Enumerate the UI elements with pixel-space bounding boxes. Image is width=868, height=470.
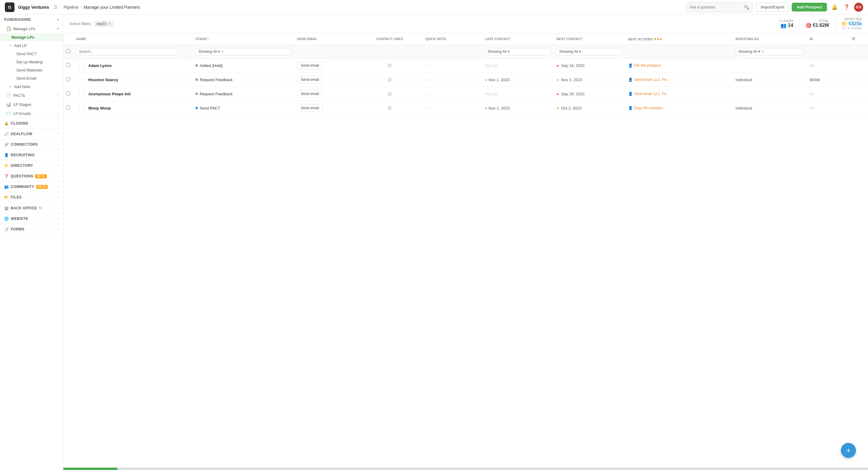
row-next-contact-0: ● Sep 16, 2023 [553,59,625,73]
sidebar-header-files[interactable]: 📂 FILES › [0,192,63,202]
send-email-button-1[interactable]: Send email [297,76,323,84]
filter-gear [848,45,868,59]
contact-link-icon-2[interactable]: @ [388,91,392,96]
sidebar-subitem-add-lp[interactable]: + Add LP [0,41,63,50]
sidebar-header-back-office[interactable]: 🏢 BACK OFFICE ↻ › [0,203,63,213]
row-amount-1: $500k [806,73,848,87]
investing-refresh-icon[interactable]: ↻ [761,50,764,54]
search-input[interactable] [689,5,742,9]
sidebar-label-pacts: PACTs [13,93,25,98]
contact-link-icon-3[interactable]: @ [388,105,392,111]
sidebar-section-directory: 📁 DIRECTORY › [0,160,63,171]
filter-remove-icon[interactable]: ✕ [108,22,111,26]
row-next-contact-1: ● Nov 1, 2023 [553,73,625,87]
th-quick-note: QUICK NOTE [422,33,482,45]
sidebar-header-website[interactable]: 🌐 WEBSITE › [0,214,63,224]
row-checkbox-1[interactable] [66,77,70,81]
contact-link-icon-0[interactable]: @ [388,63,392,68]
logo-box: G [5,2,14,12]
drag-handle-icon-3[interactable]: ⋮⋮ [76,105,87,111]
row-cb-2 [63,87,73,101]
drag-handle-icon-0[interactable]: ⋮⋮ [76,63,87,68]
last-contact-value-1: ●Nov 1, 2023 [485,77,510,82]
sidebar-subitem-send-materials[interactable]: Send Materials [0,66,63,74]
send-email-button-3[interactable]: Send email [297,104,323,112]
stat-divider-1 [799,19,800,29]
sidebar-subitem-send-email[interactable]: Send Email [0,74,63,82]
sidebar-header-connectors[interactable]: 🔗 CONNECTORS › [0,139,63,150]
sidebar-header-directory[interactable]: 📁 DIRECTORY › [0,160,63,171]
next-action-link-1[interactable]: 👤 Send email 1a.1. Fe... [628,77,730,82]
sidebar-title-files: 📂 FILES [4,195,22,199]
filter-tag-value: sep23 [96,22,106,26]
add-prospect-button[interactable]: Add Prospect [792,3,827,11]
sidebar-subitem-manage-lps[interactable]: Manage LPs [0,33,63,41]
sidebar-section-files: 📂 FILES › [0,192,63,203]
table-row: ⋮⋮ Adam Lyons Added [Hold] Send email @ … [63,59,868,73]
sidebar-header-forms[interactable]: 📝 FORMS › [0,224,63,234]
community-icon: 👥 [4,185,9,189]
stage-filter-label: Showing All [198,50,217,54]
notifications-icon[interactable]: 🔔 [830,3,839,12]
avatar[interactable]: GV [854,3,863,12]
help-icon[interactable]: ❓ [842,3,851,12]
breadcrumb-parent[interactable]: Pipeline [64,5,79,10]
next-contact-filter-select[interactable]: Showing All ▾ [556,48,622,55]
prospect-name-0[interactable]: Adam Lyons [88,63,112,68]
prospect-name-3[interactable]: Woop Woop [88,106,111,111]
sidebar-item-pacts[interactable]: 📄 PACTs › [0,91,63,100]
row-stage-0: Added [Hold] [192,59,294,73]
sidebar-header-community[interactable]: 👥 COMMUNITY BETA › [0,182,63,192]
row-next-actions-3: 👤 Copy this prospec... [625,101,733,115]
sidebar-header-recruiting[interactable]: 👤 RECRUITING › [0,150,63,160]
stage-refresh-icon[interactable]: ↻ [221,50,224,54]
drag-handle-icon-2[interactable]: ⋮⋮ [76,91,87,96]
row-extra-1 [848,73,868,87]
refresh-icon[interactable]: ↻ [39,206,42,210]
row-checkbox-0[interactable] [66,63,70,67]
fab-add-button[interactable]: + [841,443,856,458]
row-name-3: ⋮⋮ Woop Woop [73,101,192,115]
prospect-name-2[interactable]: Anonymous Peeps Intl [88,92,131,96]
contact-link-icon-1[interactable]: @ [388,77,392,82]
stage-filter-select[interactable]: Showing All ▾ ↻ [195,48,291,55]
sidebar-label-manage-lps: Manage LPs [13,27,35,31]
sidebar-header-closing[interactable]: 🔒 CLOSING › [0,118,63,128]
sidebar-item-manage-lps[interactable]: 📋 Manage LPs ▾ [0,24,63,33]
prospect-name-1[interactable]: Houston Searcy [88,77,118,82]
sidebar-subitem-send-pact[interactable]: Send PACT [0,50,63,58]
next-action-link-2[interactable]: 👤 Send email 1a.1. Fe... [628,92,730,96]
row-contact-0: @ [357,59,422,73]
next-contact-dot-icon-2: ● [556,92,559,96]
sidebar-header-questions[interactable]: ❓ QUESTIONS BETA › [0,171,63,181]
th-send-email: SEND EMAIL [294,33,358,45]
plus-icon-add-lp: + [9,43,11,48]
search-bar[interactable]: 🔍 [686,2,752,12]
sidebar-title-recruiting: 👤 RECRUITING [4,153,35,157]
import-export-button[interactable]: Import/Export [756,3,789,11]
sidebar-subitem-add-note[interactable]: + Add Note [0,82,63,91]
drag-handle-icon-1[interactable]: ⋮⋮ [76,77,87,82]
row-next-actions-2: 👤 Send email 1a.1. Fe... [625,87,733,101]
row-send-email-1: Send email [294,73,358,87]
select-all-checkbox[interactable] [66,49,70,53]
next-action-link-0[interactable]: 👤 File the prospect [628,63,730,68]
collapse-icon[interactable]: ☰ [53,4,58,10]
investing-filter-select[interactable]: Showing All ▾ ↻ [736,48,803,55]
send-email-button-2[interactable]: Send email [297,90,323,98]
next-contact-dot-icon-3: ● [556,106,559,111]
name-search-input[interactable] [76,48,178,55]
chevron-right-icon-forms: › [58,227,59,231]
last-contact-filter-select[interactable]: Showing All ▾ [485,48,550,55]
send-email-button-0[interactable]: Send email [297,62,323,69]
next-action-link-3[interactable]: 👤 Copy this prospec... [628,106,730,110]
row-checkbox-2[interactable] [66,91,70,95]
row-checkbox-3[interactable] [66,105,70,109]
sidebar-header-fundraising[interactable]: FUNDRAISING ▾ [0,14,63,24]
gear-icon[interactable]: ⚙ [851,36,855,41]
sidebar-header-dealflow[interactable]: 📈 DEALFLOW › [0,129,63,139]
sidebar-item-lp-stages[interactable]: 📊 LP Stages › [0,100,63,109]
sidebar-subitem-setup-meeting[interactable]: Set up Meeting [0,58,63,66]
table-row: ⋮⋮ Woop Woop Send PACT Send email @ — ●N… [63,101,868,115]
sidebar-item-lp-emails[interactable]: ✉️ LP Emails › [0,109,63,118]
